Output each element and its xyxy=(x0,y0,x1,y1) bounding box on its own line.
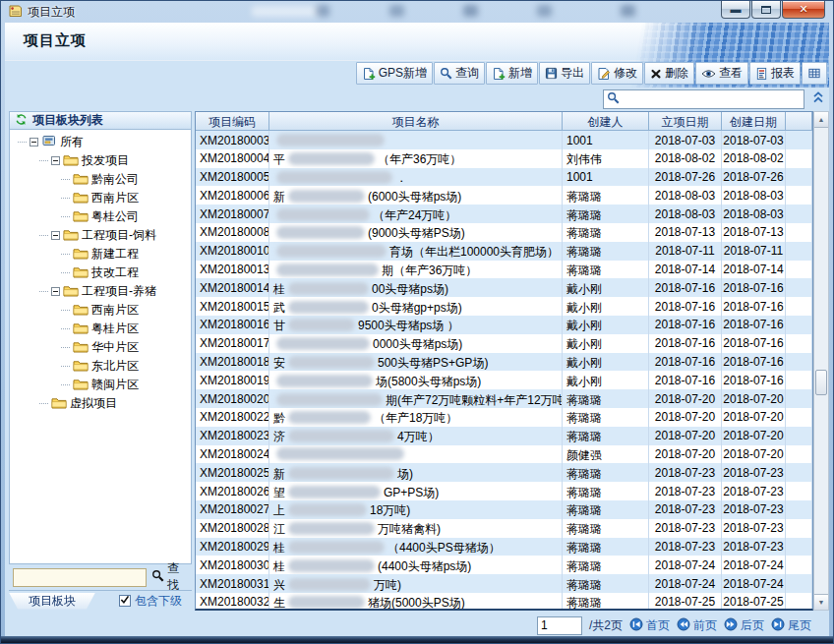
grid-icon xyxy=(807,67,821,80)
pager-button-label: 尾页 xyxy=(788,617,811,634)
tree-item-所有[interactable]: 所有 xyxy=(18,133,191,151)
tree-item-新建工程[interactable]: 新建工程 xyxy=(61,245,191,263)
table-row-XM20180013[interactable]: XM20180013 期（年产36万吨） 蒋璐璐 2018-07-14 2018… xyxy=(196,261,812,279)
table-row-XM20180030[interactable]: XM20180030 桂(4400头母猪ps场) 蒋璐璐 2018-07-24 … xyxy=(196,556,812,574)
table-row-XM20180016[interactable]: XM20180016 甘9500头母猪ps场 ） 戴小刚 2018-07-16 … xyxy=(196,316,812,334)
tree-item-粤桂公司[interactable]: 粤桂公司 xyxy=(61,207,191,226)
collapse-panel-button[interactable] xyxy=(812,90,824,107)
table-row-XM20180007[interactable]: XM20180007 （年产24万吨） 蒋璐璐 2018-08-03 2018-… xyxy=(196,205,812,223)
tree-item-黔南公司[interactable]: 黔南公司 xyxy=(61,170,191,189)
table-row-XM20180018[interactable]: XM20180018 安500头母猪PS+GP场) 戴小刚 2018-07-16… xyxy=(196,353,812,372)
table-row-XM20180027[interactable]: XM20180027 上18万吨) 蒋璐璐 2018-07-23 2018-07… xyxy=(196,500,812,519)
titlebar[interactable]: 项目立项 ▬ ✕ xyxy=(1,1,833,23)
cell-creator: 蒋璐璐 xyxy=(563,408,649,427)
quick-search-box[interactable] xyxy=(603,89,804,109)
tree-item-西南片区[interactable]: 西南片区 xyxy=(61,301,191,320)
toolbar-button-导出[interactable]: 导出 xyxy=(539,62,590,85)
tree-item-工程项目-养猪[interactable]: 工程项目-养猪 xyxy=(39,282,191,301)
scroll-down-arrow[interactable]: ▼ xyxy=(814,594,828,610)
column-header-项目编码[interactable]: 项目编码 xyxy=(196,112,269,131)
toolbar-button-删除[interactable]: 删除 xyxy=(644,62,694,85)
minimize-button[interactable]: ▬ xyxy=(721,1,750,19)
tree-find-input[interactable] xyxy=(13,568,147,587)
table-row-XM20180006[interactable]: XM20180006 新(6000头母猪ps场) 蒋璐璐 2018-08-03 … xyxy=(196,186,812,205)
restore-button[interactable] xyxy=(751,1,781,19)
table-row-XM20180022[interactable]: XM20180022 黔（年产18万吨） 蒋璐璐 2018-07-20 2018… xyxy=(196,408,812,427)
column-header-立项日期[interactable]: 立项日期 xyxy=(649,112,722,131)
table-row-XM20180029[interactable]: XM20180029 桂（4400头PS母猪场） 蒋璐璐 2018-07-23 … xyxy=(196,538,812,556)
cell-project-code: XM20180020 xyxy=(196,389,269,408)
table-row-XM20180020[interactable]: XM20180020 期(年产72万吨颗粒料+年产12万吨预混料) 蒋璐璐 20… xyxy=(196,389,812,408)
table-row-XM20180019[interactable]: XM20180019 场(5800头母猪ps场) 戴小刚 2018-07-16 … xyxy=(196,371,812,389)
tree-item-东北片区[interactable]: 东北片区 xyxy=(61,357,191,376)
scrollbar-thumb[interactable] xyxy=(815,370,827,395)
quick-search-input[interactable] xyxy=(623,91,801,107)
column-header-创建人[interactable]: 创建人 xyxy=(563,112,649,131)
cell-approve-date: 2018-07-26 xyxy=(649,168,722,187)
cell-creator: 1001 xyxy=(563,168,649,187)
cell-create-date: 2018-07-23 xyxy=(722,500,786,519)
table-row-XM20180004[interactable]: XM20180004 平（年产36万吨） 刘伟伟 2018-08-02 2018… xyxy=(196,149,812,168)
table-row-XM20180010[interactable]: XM20180010 育场（年出栏100000头育肥场） 蒋璐璐 2018-07… xyxy=(196,242,812,261)
table-row-XM20180032[interactable]: XM20180032 生猪场(5000头PS场) 蒋璐璐 2018-07-25 … xyxy=(196,593,812,611)
table-row-XM20180025[interactable]: XM20180025 新场) 蒋璐璐 2018-07-23 2018-07-23 xyxy=(196,463,812,482)
column-header-创建日期[interactable]: 创建日期 xyxy=(722,112,786,131)
page-number-input[interactable] xyxy=(537,616,582,635)
tree-connector xyxy=(61,328,70,329)
cell-project-name: 期(年产72万吨颗粒料+年产12万吨预混料) xyxy=(269,389,563,408)
cell-creator: 戴小刚 xyxy=(563,371,649,389)
tree-item-工程项目-饲料[interactable]: 工程项目-饲料 xyxy=(39,226,191,245)
toolbar-button-查看[interactable]: 查看 xyxy=(695,62,748,85)
table-row-XM20180014[interactable]: XM20180014 桂00头母猪ps场) 戴小刚 2018-07-16 201… xyxy=(196,278,812,297)
collapse-expander-icon[interactable] xyxy=(51,156,60,165)
table-row-XM20180015[interactable]: XM20180015 武0头母猪gp+ps场) 戴小刚 2018-07-16 2… xyxy=(196,297,812,316)
table-row-XM20180026[interactable]: XM20180026 望GP+PS场) 蒋璐璐 2018-07-23 2018-… xyxy=(196,482,812,500)
tree-item-华中片区[interactable]: 华中片区 xyxy=(61,338,191,357)
close-button[interactable]: ✕ xyxy=(782,1,825,19)
project-grid: 项目编码项目名称创建人立项日期创建日期 XM20180003 1001 2018… xyxy=(195,111,829,611)
column-header-项目名称[interactable]: 项目名称 xyxy=(269,112,563,131)
toolbar-button-label: 删除 xyxy=(665,65,688,82)
collapse-expander-icon[interactable] xyxy=(51,287,60,296)
include-sub-checkbox[interactable]: 包含下级 xyxy=(119,593,192,610)
table-row-XM20180005[interactable]: XM20180005 ． 1001 2018-07-26 2018-07-26 xyxy=(196,168,812,187)
pager-后页-button[interactable]: 后页 xyxy=(724,617,764,634)
tree-item-投发项目[interactable]: 投发项目 xyxy=(39,151,191,170)
table-row-XM20180031[interactable]: XM20180031 兴万吨) 蒋璐璐 2018-07-24 2018-07-2… xyxy=(196,574,812,593)
toolbar-button-修改[interactable]: 修改 xyxy=(591,62,643,85)
collapse-expander-icon[interactable] xyxy=(30,138,38,146)
pager-首页-button[interactable]: 首页 xyxy=(629,617,670,634)
toolbar-button-新增[interactable]: 新增 xyxy=(486,62,538,85)
pager-前页-button[interactable]: 前页 xyxy=(677,617,717,634)
toolbar-button-GPS新增[interactable]: GPS新增 xyxy=(356,62,433,85)
table-row-XM20180024[interactable]: XM20180024 颜健强 2018-07-20 2018-07-20 xyxy=(196,445,812,464)
tree-item-虚拟项目[interactable]: 虚拟项目 xyxy=(39,394,191,413)
vertical-scrollbar[interactable]: ▲ ▼ xyxy=(813,111,829,611)
cell-project-name: (9000头母猪PS场) xyxy=(269,223,563,242)
table-row-XM20180003[interactable]: XM20180003 1001 2018-07-03 2018-07-03 xyxy=(196,131,812,149)
refresh-icon[interactable] xyxy=(15,113,28,129)
cell-filler xyxy=(786,519,812,538)
tree-item-技改工程[interactable]: 技改工程 xyxy=(61,263,191,282)
cell-approve-date: 2018-07-16 xyxy=(649,371,722,389)
toolbar-button-grid[interactable] xyxy=(802,62,827,85)
cell-creator: 蒋璐璐 xyxy=(563,389,649,408)
scroll-up-arrow[interactable]: ▲ xyxy=(814,112,828,128)
toolbar: GPS新增 查询 新增 导出 修改 删除 查看 报表 xyxy=(5,60,827,87)
tab-project-board[interactable]: 项目板块 xyxy=(9,593,95,610)
table-row-XM20180017[interactable]: XM20180017 0000头母猪ps场) 戴小刚 2018-07-16 20… xyxy=(196,334,812,353)
tree-item-粤桂片区[interactable]: 粤桂片区 xyxy=(61,320,191,338)
tree-item-赣闽片区[interactable]: 赣闽片区 xyxy=(61,376,191,394)
toolbar-button-查询[interactable]: 查询 xyxy=(434,62,485,85)
find-button[interactable]: 查找 xyxy=(151,560,190,594)
table-row-XM20180028[interactable]: XM20180028 江万吨猪禽料) 蒋璐璐 2018-07-23 2018-0… xyxy=(196,519,812,538)
toolbar-button-报表[interactable]: 报表 xyxy=(749,62,801,85)
table-row-XM20180023[interactable]: XM20180023 济4万吨） 蒋璐璐 2018-07-20 2018-07-… xyxy=(196,427,812,445)
table-row-XM20180008[interactable]: XM20180008 (9000头母猪PS场) 蒋璐璐 2018-07-13 2… xyxy=(196,223,812,242)
cell-approve-date: 2018-07-13 xyxy=(649,223,722,242)
delete-x-icon xyxy=(650,68,662,80)
pager-尾页-button[interactable]: 尾页 xyxy=(771,617,811,634)
grid-header-row: 项目编码项目名称创建人立项日期创建日期 xyxy=(196,112,812,131)
tree-item-西南片区[interactable]: 西南片区 xyxy=(61,189,191,207)
collapse-expander-icon[interactable] xyxy=(51,231,60,240)
